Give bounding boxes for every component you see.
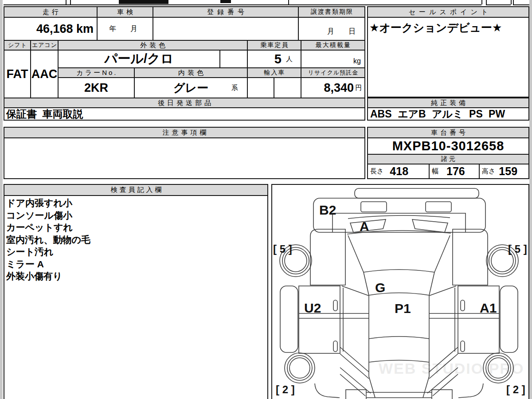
interior-color-header: 内装色: [134, 67, 248, 78]
cutoff-border-stub: [513, 0, 514, 4]
cutoff-border-stub: [70, 0, 71, 4]
recycle-deposit-header: リサイクル預託金: [301, 67, 365, 78]
c-pillar-left: [340, 347, 369, 379]
registration-header: 登録番号: [153, 6, 299, 18]
recycle-deposit-unit: 円: [355, 84, 362, 92]
recycle-deposit-amount: 8,340: [324, 81, 354, 95]
windshield-bottom-arc: [364, 270, 434, 272]
windshield-lower-left: [364, 272, 369, 295]
exterior-color-extra-cell: [219, 50, 248, 68]
damage-mark-roof: P1: [395, 301, 411, 316]
door-handle-mark: [461, 341, 465, 352]
transfer-deadline-field: 月 日: [298, 17, 365, 41]
max-load-value: kg: [301, 50, 365, 68]
cutoff-border-stub: [486, 0, 487, 4]
a-pillar-left: [342, 286, 369, 296]
capacity-value: 5 人: [247, 50, 301, 68]
cutoff-text-fragment: [119, 0, 168, 4]
aircon-value: AAC: [30, 50, 59, 98]
inspector-note-line: ミラー A: [6, 258, 267, 270]
watermark-text: WEB STUDIO.PRO: [379, 360, 524, 377]
headlight-right: [426, 202, 451, 212]
front-fender-left: [310, 229, 345, 285]
tire-grade-rear-right: [ 2 ]: [506, 383, 525, 395]
exterior-color-value: パール/クロ: [58, 50, 220, 68]
quarter-panel-left: [315, 383, 340, 398]
transfer-deadline-header: 譲渡書類期限: [298, 6, 365, 18]
damage-mark-right-door: A1: [480, 301, 497, 315]
registration-value: [153, 17, 299, 41]
sales-point-header: セールスポイント: [367, 6, 529, 18]
color-no-value: 2KR: [58, 77, 135, 98]
damage-mark-cowl: A: [360, 219, 369, 234]
cutoff-border-stub: [481, 0, 482, 4]
chassis-no-header: 車台番号: [367, 127, 529, 138]
cutoff-border-line: [513, 4, 529, 5]
import-car-cell-1: [247, 77, 274, 98]
door-handle-mark: [333, 300, 337, 311]
inspector-note-line: 外装小傷有り: [6, 270, 267, 282]
inspector-note-line: 室内汚れ、動物の毛: [6, 234, 267, 246]
interior-color-suffix: 系: [231, 84, 238, 92]
headlight-left: [361, 202, 387, 212]
interior-color-name: グレー: [173, 80, 208, 96]
damage-diagram-box: WEB STUDIO.PRO B2 A G U2 P1 A1 [ 5 ] [ 5…: [271, 184, 529, 399]
door-handle-mark: [333, 341, 337, 352]
front-fender-right: [453, 229, 488, 285]
cutoff-border-stub: [288, 0, 289, 4]
inspector-note-line: カーペットすれ: [6, 221, 267, 234]
side-sill-left: [280, 286, 298, 352]
hatch-right-edge: [423, 376, 429, 398]
mileage-header: 走行: [4, 6, 98, 18]
windshield-left-edge: [348, 235, 364, 272]
a-pillar-right: [429, 286, 456, 296]
damage-mark-left-door: U2: [304, 301, 321, 315]
shift-value: FAT: [4, 50, 31, 98]
quarter-panel-right: [458, 383, 483, 398]
recycle-deposit-value: 8,340 円: [301, 77, 365, 98]
front-bumper-top-strip: [355, 188, 479, 198]
equipment-value: ABS エアB アルミ PS PW: [367, 107, 529, 121]
door-panel-left: [299, 286, 340, 353]
cutoff-text-fragment: [220, 0, 231, 3]
chassis-no-value: MXPB10-3012658: [367, 137, 529, 155]
shift-header: シフト: [4, 40, 31, 51]
import-car-header: 輸入車: [247, 67, 301, 78]
damage-mark-front-bumper: B2: [319, 203, 336, 217]
max-load-header: 最大積載量: [301, 40, 365, 51]
capacity-header: 乗車定員: [247, 40, 301, 51]
caution-body: [4, 137, 365, 179]
inspector-notes-header: 検査員記入欄: [4, 184, 268, 196]
roof-arc-1: [369, 336, 429, 339]
width-cell: 幅 176: [429, 164, 480, 179]
sales-point-value: ★オークションデビュー★: [367, 17, 529, 98]
cutoff-border-line: [486, 4, 511, 5]
import-car-cell-2: [274, 77, 301, 98]
inspector-note-line: コンソール傷小: [6, 209, 267, 222]
side-sill-right: [500, 286, 518, 352]
exterior-color-header: 外装色: [58, 40, 248, 51]
windshield-right-edge: [434, 235, 450, 272]
color-no-header: カラーNo.: [58, 67, 135, 78]
later-parts-header: 後日発送部品: [4, 98, 365, 108]
cowl-line: [348, 215, 450, 219]
wiper-right: [412, 219, 448, 232]
door-handle-mark: [461, 300, 465, 311]
tire-grade-front-left: [ 5 ]: [273, 243, 292, 255]
later-parts-value: 保証書 車両取説: [4, 107, 365, 121]
inspector-notes-body: ドア内張すれ小 コンソール傷小 カーペットすれ 室内汚れ、動物の毛 シート汚れ …: [4, 195, 268, 399]
width-label: 幅: [432, 167, 438, 176]
inspection-header: 車検: [97, 6, 153, 18]
tire-grade-front-right: [ 5 ]: [508, 243, 527, 255]
cutoff-border-stub: [66, 0, 66, 4]
tire-grade-rear-left: [ 2 ]: [276, 383, 295, 395]
height-cell: 高さ 159: [479, 164, 529, 179]
height-label: 高さ: [482, 167, 495, 176]
inspector-note-line: ドア内張すれ小: [6, 197, 267, 209]
length-cell: 長さ 418: [367, 164, 430, 179]
length-value: 418: [390, 165, 408, 178]
inspection-date-field: 年 月: [97, 17, 153, 41]
interior-color-value: グレー 系: [134, 77, 248, 98]
capacity-unit: 人: [286, 55, 293, 63]
length-label: 長さ: [370, 167, 383, 176]
